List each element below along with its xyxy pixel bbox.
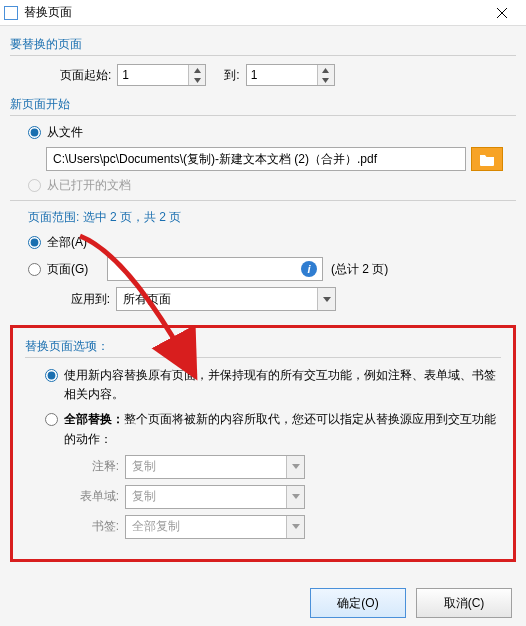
file-path-row <box>28 147 516 171</box>
chevron-down-icon <box>292 464 300 469</box>
close-icon <box>497 8 507 18</box>
from-open-label: 从已打开的文档 <box>47 177 131 194</box>
pages-radio-row: 页面(G) i (总计 2 页) <box>28 257 516 281</box>
page-start-down[interactable] <box>189 75 205 85</box>
opt-keep-interactive-text: 使用新内容替换原有页面，并保持现有的所有交互功能，例如注释、表单域、书签相关内容… <box>64 366 501 404</box>
bookmark-row: 书签: 全部复制 <box>25 515 501 539</box>
annotation-value: 复制 <box>126 458 286 475</box>
browse-button[interactable] <box>471 147 503 171</box>
annotation-label: 注释: <box>69 458 119 475</box>
group-label-replace-options: 替换页面选项： <box>25 338 501 355</box>
opt-full-replace: 全部替换：整个页面将被新的内容所取代，您还可以指定从替换源应用到交互功能的动作： <box>25 410 501 448</box>
opt-full-replace-radio[interactable] <box>45 413 58 426</box>
from-file-label: 从文件 <box>47 124 83 141</box>
chevron-down-icon <box>292 524 300 529</box>
page-range-row: 页面起始: 到: <box>10 64 516 86</box>
page-end-down[interactable] <box>318 75 334 85</box>
annotation-row: 注释: 复制 <box>25 455 501 479</box>
from-file-radio-row[interactable]: 从文件 <box>28 124 516 141</box>
ok-button[interactable]: 确定(O) <box>310 588 406 618</box>
page-start-input[interactable] <box>118 65 188 85</box>
opt-full-replace-text: 全部替换：整个页面将被新的内容所取代，您还可以指定从替换源应用到交互功能的动作： <box>64 410 501 448</box>
bookmark-label: 书签: <box>69 518 119 535</box>
divider <box>10 200 516 201</box>
page-end-up[interactable] <box>318 65 334 75</box>
titlebar: 替换页面 <box>0 0 526 26</box>
apply-to-value: 所有页面 <box>117 291 317 308</box>
bookmark-value: 全部复制 <box>126 518 286 535</box>
pages-radio[interactable] <box>28 263 41 276</box>
total-pages-label: (总计 2 页) <box>331 261 388 278</box>
opt-keep-interactive-label[interactable]: 使用新内容替换原有页面，并保持现有的所有交互功能，例如注释、表单域、书签相关内容… <box>45 366 501 404</box>
pages-label: 页面(G) <box>47 261 107 278</box>
page-start-label: 页面起始: <box>60 67 111 84</box>
apply-to-select[interactable]: 所有页面 <box>116 287 336 311</box>
section-pages-to-replace: 要替换的页面 页面起始: 到: <box>10 36 516 86</box>
chevron-up-icon <box>322 68 329 73</box>
chevron-down-icon <box>194 78 201 83</box>
divider <box>10 115 516 116</box>
folder-icon <box>479 153 495 166</box>
page-end-input[interactable] <box>247 65 317 85</box>
opt-keep-interactive-radio[interactable] <box>45 369 58 382</box>
group-label-new-page-start: 新页面开始 <box>10 96 516 113</box>
page-to-label: 到: <box>224 67 239 84</box>
page-end-spinner[interactable] <box>246 64 335 86</box>
annotation-select[interactable]: 复制 <box>125 455 305 479</box>
button-bar: 确定(O) 取消(C) <box>310 588 512 618</box>
apply-to-label: 应用到: <box>28 291 110 308</box>
chevron-down-icon <box>323 297 331 302</box>
apply-to-row: 应用到: 所有页面 <box>28 287 516 311</box>
form-value: 复制 <box>126 488 286 505</box>
group-label-pages-to-replace: 要替换的页面 <box>10 36 516 53</box>
opt-full-replace-bold: 全部替换： <box>64 412 124 426</box>
window-title: 替换页面 <box>24 4 482 21</box>
all-pages-label: 全部(A) <box>47 234 87 251</box>
annotation-caret <box>286 456 304 478</box>
divider <box>10 55 516 56</box>
form-label: 表单域: <box>69 488 119 505</box>
cancel-button[interactable]: 取消(C) <box>416 588 512 618</box>
page-range-heading: 页面范围: 选中 2 页，共 2 页 <box>28 209 516 226</box>
page-start-up[interactable] <box>189 65 205 75</box>
pages-radio-label-wrap[interactable]: 页面(G) <box>28 261 107 278</box>
file-path-input[interactable] <box>46 147 466 171</box>
form-row: 表单域: 复制 <box>25 485 501 509</box>
form-caret <box>286 486 304 508</box>
apply-to-caret <box>317 288 335 310</box>
from-open-radio[interactable] <box>28 179 41 192</box>
opt-full-replace-label[interactable]: 全部替换：整个页面将被新的内容所取代，您还可以指定从替换源应用到交互功能的动作： <box>45 410 501 448</box>
info-icon[interactable]: i <box>301 261 317 277</box>
section-new-page-start: 新页面开始 从文件 从已打开的文档 页面范围: 选中 2 页，共 2 页 <box>10 96 516 311</box>
from-open-radio-row[interactable]: 从已打开的文档 <box>28 177 516 194</box>
from-file-radio[interactable] <box>28 126 41 139</box>
bookmark-caret <box>286 516 304 538</box>
replace-options-box: 替换页面选项： 使用新内容替换原有页面，并保持现有的所有交互功能，例如注释、表单… <box>10 325 516 562</box>
dialog-content: 要替换的页面 页面起始: 到: 新页面开始 <box>0 26 526 626</box>
chevron-down-icon <box>292 494 300 499</box>
form-select[interactable]: 复制 <box>125 485 305 509</box>
chevron-down-icon <box>322 78 329 83</box>
divider <box>25 357 501 358</box>
chevron-up-icon <box>194 68 201 73</box>
close-button[interactable] <box>482 0 522 26</box>
page-start-spinner[interactable] <box>117 64 206 86</box>
pages-input[interactable] <box>107 257 323 281</box>
bookmark-select[interactable]: 全部复制 <box>125 515 305 539</box>
opt-full-replace-rest: 整个页面将被新的内容所取代，您还可以指定从替换源应用到交互功能的动作： <box>64 412 496 445</box>
all-pages-radio-row[interactable]: 全部(A) <box>28 234 516 251</box>
opt-keep-interactive: 使用新内容替换原有页面，并保持现有的所有交互功能，例如注释、表单域、书签相关内容… <box>25 366 501 404</box>
app-icon <box>4 6 18 20</box>
all-pages-radio[interactable] <box>28 236 41 249</box>
